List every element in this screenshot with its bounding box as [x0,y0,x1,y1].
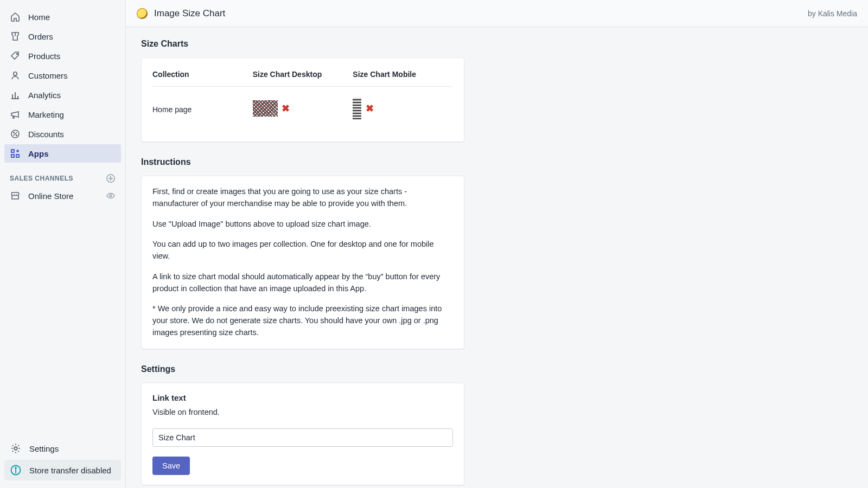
mobile-thumbnail[interactable] [353,98,361,119]
topbar: Image Size Chart by Kalis Media [126,0,868,27]
channel-online-store[interactable]: Online Store [4,187,121,205]
orders-icon [10,31,21,42]
nav-customers[interactable]: Customers [4,66,121,85]
transfer-label: Store transfer disabled [29,466,111,475]
nav-label: Apps [28,149,49,158]
sidebar: Home Orders Products Customers Analytics [0,0,126,488]
info-icon [10,464,22,476]
svg-rect-6 [16,155,19,157]
delete-desktop-icon[interactable]: ✖ [281,104,291,113]
byline: by Kalis Media [808,9,857,18]
nav-apps[interactable]: Apps [4,144,121,163]
view-store-icon[interactable] [106,191,116,201]
store-transfer-notice[interactable]: Store transfer disabled [4,460,121,480]
svg-point-0 [17,54,18,55]
instructions-p: First, find or create images that you ar… [152,186,453,210]
save-button[interactable]: Save [152,457,190,475]
instructions-p: A link to size chart modal should automa… [152,271,453,295]
delete-mobile-icon[interactable]: ✖ [365,104,374,113]
size-charts-table: Collection Size Chart Desktop Size Chart… [152,68,453,132]
nav-label: Analytics [28,91,61,100]
svg-point-12 [15,467,16,468]
nav-home[interactable]: Home [4,8,121,26]
home-icon [10,11,21,22]
svg-rect-7 [11,155,14,157]
link-text-desc: Visible on frontend. [152,408,453,416]
page-title: Image Size Chart [154,8,225,19]
section-header-label: SALES CHANNELS [10,175,73,182]
svg-point-4 [16,135,17,136]
content-scroll[interactable]: Size Charts Collection Size Chart Deskto… [126,27,868,488]
nav-label: Products [28,52,60,61]
svg-point-9 [110,195,112,197]
nav-label: Orders [28,32,53,41]
main: Image Size Chart by Kalis Media Size Cha… [126,0,868,488]
nav-analytics[interactable]: Analytics [4,86,121,104]
discounts-icon [10,129,21,139]
svg-point-10 [14,447,17,450]
instructions-p: You can add up to two images per collect… [152,239,453,262]
svg-point-3 [14,132,15,133]
store-icon [10,190,21,201]
size-charts-card: Collection Size Chart Desktop Size Chart… [141,57,464,142]
products-icon [10,50,21,61]
instructions-heading: Instructions [141,157,464,167]
instructions-p: * We only provide a nice and easy way to… [152,303,453,338]
cell-mobile: ✖ [353,87,453,132]
marketing-icon [10,109,21,120]
settings-heading: Settings [141,364,464,374]
nav-settings[interactable]: Settings [4,438,121,459]
th-desktop: Size Chart Desktop [253,68,353,87]
primary-nav: Home Orders Products Customers Analytics [4,8,121,164]
settings-label: Settings [29,444,59,453]
nav-label: Customers [28,71,68,80]
link-text-label: Link text [152,393,453,402]
channel-label: Online Store [28,191,73,201]
sales-channels-header: SALES CHANNELS [4,164,121,187]
svg-point-1 [14,72,17,75]
th-mobile: Size Chart Mobile [353,68,453,87]
analytics-icon [10,89,21,100]
desktop-thumbnail[interactable] [253,100,278,117]
instructions-card: First, find or create images that you ar… [141,176,464,349]
nav-products[interactable]: Products [4,47,121,65]
svg-rect-5 [11,150,14,152]
nav-label: Home [28,12,50,22]
nav-discounts[interactable]: Discounts [4,125,121,143]
nav-marketing[interactable]: Marketing [4,105,121,124]
customers-icon [10,70,21,81]
size-charts-heading: Size Charts [141,39,464,49]
app-logo-icon [137,8,148,19]
table-row: Home page ✖ ✖ [152,87,453,132]
nav-label: Discounts [28,130,64,139]
settings-card: Link text Visible on frontend. Save [141,383,464,485]
nav-label: Marketing [28,110,64,119]
cell-desktop: ✖ [253,87,353,132]
th-collection: Collection [152,68,253,87]
add-channel-icon[interactable] [106,174,116,183]
apps-icon [10,148,21,159]
link-text-input[interactable] [152,428,453,447]
cell-collection: Home page [152,87,253,132]
gear-icon [10,442,22,454]
instructions-p: Use "Upload Image" buttons above to uplo… [152,219,453,230]
nav-orders[interactable]: Orders [4,27,121,46]
